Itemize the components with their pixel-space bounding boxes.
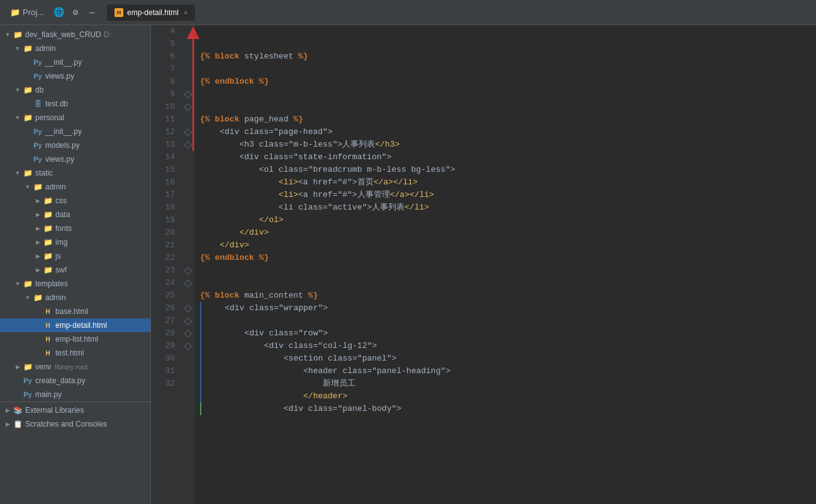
code-line-23: {% block main_content %} [200, 289, 816, 302]
gutter-25 [180, 289, 195, 302]
code-line-13: <ol class="breadcrumb m-b-less bg-less"> [200, 164, 816, 176]
gutter-9 [180, 88, 195, 101]
fold-marker-27[interactable] [184, 317, 192, 325]
gutter-24 [180, 277, 195, 289]
sidebar-item-emp-list[interactable]: ▶ H emp-list.html [0, 332, 150, 346]
sidebar-item-db[interactable]: ▼ 📁 db [0, 83, 150, 97]
sidebar-item-js[interactable]: ▶ 📁 js [0, 249, 150, 263]
title-bar: 📁 Proj... 🌐 ⚙ — H emp-detail.html × [0, 0, 816, 25]
models-icon: Py [33, 140, 43, 150]
fold-marker-9[interactable] [184, 91, 192, 99]
sidebar-item-admin-tmpl[interactable]: ▼ 📁 admin [0, 291, 150, 305]
gutter-14 [180, 151, 195, 164]
sidebar-item-test-html[interactable]: ▶ H test.html [0, 346, 150, 360]
data-arrow: ▶ [33, 210, 43, 220]
venv-suffix: library root [55, 363, 87, 371]
fold-marker-28[interactable] [184, 330, 192, 338]
gutter-20 [180, 227, 195, 239]
fold-marker-23[interactable] [184, 267, 192, 275]
sidebar-item-scratches[interactable]: ▶ 📋 Scratches and Consoles [0, 417, 150, 431]
sidebar-item-data[interactable]: ▶ 📁 data [0, 208, 150, 221]
project-button[interactable]: 📁 Proj... [5, 5, 49, 20]
sidebar-item-main[interactable]: ▶ Py main.py [0, 388, 150, 401]
code-line-5 [200, 63, 816, 76]
code-line-6: {% endblock %} [200, 76, 816, 88]
line-number-27: 27 [151, 315, 175, 327]
line-number-16: 16 [151, 176, 175, 189]
sidebar-item-test-db[interactable]: ▶ 🗄 test.db [0, 97, 150, 111]
gutter-29 [180, 340, 195, 352]
fold-marker-10[interactable] [184, 103, 192, 111]
fold-marker-12[interactable] [184, 128, 192, 137]
scratches-icon: 📋 [13, 419, 23, 429]
line-number-30: 30 [151, 352, 175, 365]
sidebar-item-init-personal[interactable]: ▶ Py __init__.py [0, 125, 150, 138]
db-folder-icon: 📁 [23, 85, 33, 95]
line-number-4: 4 [151, 25, 175, 38]
code-line-19: </div> [200, 239, 816, 252]
init-personal-label: __init__.py [45, 127, 82, 136]
gutter-5 [180, 38, 195, 50]
sidebar-item-static[interactable]: ▼ 📁 static [0, 166, 150, 180]
emp-detail-label: emp-detail.html [55, 321, 107, 330]
line-number-15: 15 [151, 164, 175, 176]
sidebar-item-base-html[interactable]: ▶ H base.html [0, 305, 150, 318]
ext-libs-icon: 📚 [13, 405, 23, 415]
init-admin-icon: Py [33, 57, 43, 67]
tab-emp-detail[interactable]: H emp-detail.html × [107, 4, 195, 21]
editor-area: 4567891011121314151617181920212223242526… [151, 25, 816, 504]
code-line-25 [200, 315, 816, 327]
project-label: Proj... [23, 8, 44, 17]
sidebar-item-root[interactable]: ▼ 📁 dev_flask_web_CRUD D: [0, 28, 150, 42]
tab-close-button[interactable]: × [184, 9, 187, 16]
sidebar-item-templates[interactable]: ▼ 📁 templates [0, 277, 150, 291]
fold-marker-29[interactable] [184, 342, 192, 350]
base-html-icon: H [43, 306, 53, 316]
sidebar-item-models[interactable]: ▶ Py models.py [0, 138, 150, 152]
admin-tmpl-arrow: ▼ [23, 293, 33, 303]
root-label: dev_flask_web_CRUD [25, 30, 101, 39]
line-number-31: 31 [151, 365, 175, 378]
fold-marker-24[interactable] [184, 279, 192, 288]
code-line-14: <li><a href="#">首页</a></li> [200, 176, 816, 189]
sidebar-item-swf[interactable]: ▶ 📁 swf [0, 263, 150, 277]
create-data-icon: Py [23, 376, 33, 386]
admin-static-icon: 📁 [33, 182, 43, 192]
line-number-23: 23 [151, 264, 175, 277]
minimize-button[interactable]: — [86, 6, 98, 19]
editor-inner[interactable]: 4567891011121314151617181920212223242526… [151, 25, 816, 504]
sidebar-item-venv[interactable]: ▶ 📁 venv library root [0, 360, 150, 374]
sidebar-item-img[interactable]: ▶ 📁 img [0, 235, 150, 249]
css-icon: 📁 [43, 196, 53, 206]
main-label: main.py [35, 390, 62, 399]
js-icon: 📁 [43, 251, 53, 261]
sidebar-item-emp-detail[interactable]: ▶ H emp-detail.html [0, 318, 150, 332]
code-col[interactable]: {% block stylesheet %} {% endblock %} {%… [195, 25, 816, 504]
code-line-10: <div class="page-head"> [200, 126, 816, 138]
venv-icon: 📁 [23, 362, 33, 372]
sidebar-item-admin-static[interactable]: ▼ 📁 admin [0, 180, 150, 194]
sidebar-item-create-data[interactable]: ▶ Py create_data.py [0, 374, 150, 388]
sidebar-item-fonts[interactable]: ▶ 📁 fonts [0, 221, 150, 235]
root-suffix: D: [104, 30, 111, 39]
fold-marker-26[interactable] [184, 305, 192, 313]
sidebar-item-init-admin[interactable]: ▶ Py __init__.py [0, 55, 150, 69]
gutter-12 [180, 126, 195, 138]
line-number-7: 7 [151, 63, 175, 76]
sidebar-item-css[interactable]: ▶ 📁 css [0, 194, 150, 208]
sidebar-item-views-personal[interactable]: ▶ Py views.py [0, 152, 150, 166]
settings-button[interactable]: ⚙ [69, 6, 82, 19]
line-number-32: 32 [151, 378, 175, 390]
sidebar-item-views-admin[interactable]: ▶ Py views.py [0, 69, 150, 83]
sidebar-item-personal[interactable]: ▼ 📁 personal [0, 111, 150, 125]
fold-marker-13[interactable] [184, 141, 192, 149]
code-line-22 [200, 277, 816, 289]
sidebar-item-external-libs[interactable]: ▶ 📚 External Libraries [0, 403, 150, 417]
sidebar-item-admin-folder[interactable]: ▼ 📁 admin [0, 42, 150, 55]
templates-folder-icon: 📁 [23, 279, 33, 289]
code-line-31: </header> [200, 390, 816, 403]
gutter-22 [180, 252, 195, 264]
views-admin-icon: Py [33, 71, 43, 81]
globe-button[interactable]: 🌐 [53, 6, 65, 19]
line-number-29: 29 [151, 340, 175, 352]
